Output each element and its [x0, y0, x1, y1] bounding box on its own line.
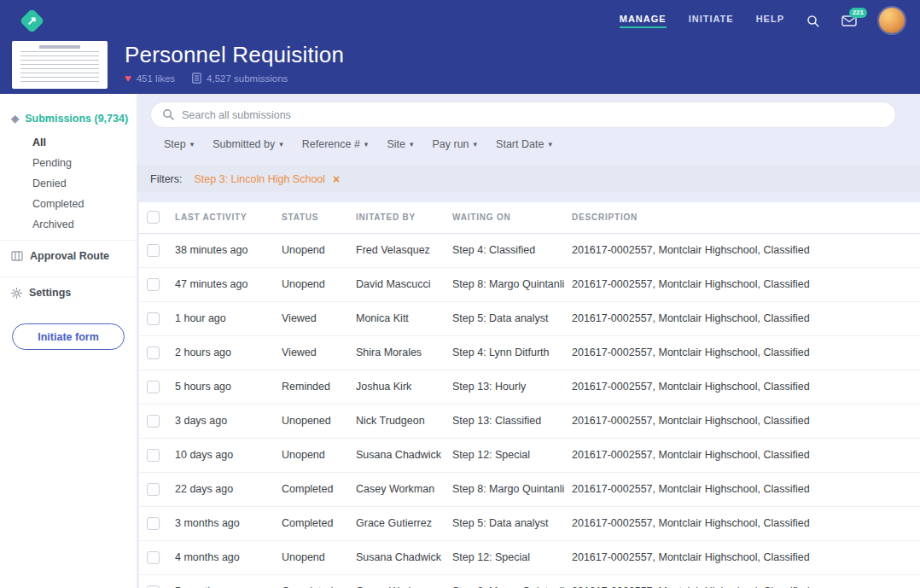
table-row[interactable]: 1 hour agoViewedMonica KittStep 5: Data … — [139, 301, 920, 335]
cell-status: Unopend — [282, 540, 356, 574]
cell-last-activity: 38 minutes ago — [175, 233, 282, 267]
cell-description: 201617-0002557, Montclair Highschool, Cl… — [572, 301, 920, 335]
cell-status: Unopend — [282, 438, 356, 472]
dropdown-label: Site — [387, 138, 405, 150]
cell-description: 201617-0002557, Montclair Highschool, Cl… — [572, 267, 920, 301]
chevron-down-icon: ▾ — [410, 140, 414, 148]
gear-icon — [11, 288, 22, 299]
cell-initiated-by: Susana Chadwick — [356, 540, 452, 574]
chevron-down-icon: ▾ — [279, 140, 283, 148]
cell-waiting-on: Step 4: Classified — [452, 233, 572, 267]
mail-icon[interactable]: 221 — [841, 15, 857, 26]
app-logo[interactable]: ↗ — [17, 6, 46, 35]
filter-dropdown-site[interactable]: Site▾ — [387, 138, 413, 150]
row-checkbox[interactable] — [147, 585, 160, 588]
cell-last-activity: 5 hours ago — [175, 370, 282, 404]
sidebar-item-approval-route[interactable]: Approval Route — [0, 240, 137, 271]
table-row[interactable]: 47 minutes agoUnopendDavid MascucciStep … — [139, 267, 920, 301]
row-checkbox[interactable] — [147, 415, 160, 428]
search-icon[interactable] — [806, 15, 819, 27]
filter-dropdown-submitted-by[interactable]: Submitted by▾ — [213, 138, 283, 150]
nav-initiate[interactable]: INITIATE — [689, 14, 734, 28]
table-row[interactable]: 3 months agoCompletedGrace GutierrezStep… — [139, 506, 920, 540]
cell-status: Viewed — [282, 335, 356, 370]
table-row[interactable]: 3 days agoUnopenedNick TrudgeonStep 13: … — [139, 404, 920, 438]
table-row[interactable]: 10 days agoUnopendSusana ChadwickStep 12… — [139, 438, 920, 472]
nav-help[interactable]: HELP — [756, 14, 784, 28]
cell-status: Viewed — [282, 301, 356, 335]
table-row[interactable]: 4 months agoUnopendSusana ChadwickStep 1… — [139, 540, 920, 574]
filter-dropdown-start-date[interactable]: Start Date▾ — [496, 138, 552, 150]
row-checkbox[interactable] — [147, 551, 160, 564]
filter-dropdown-step[interactable]: Step▾ — [164, 138, 194, 150]
cell-last-activity: 3 days ago — [175, 404, 282, 438]
table-row[interactable]: 2 hours agoViewedShira MoralesStep 4: Ly… — [139, 335, 920, 370]
table-row[interactable]: 5 months agoCompletedCasey WorkmanStep 8… — [139, 574, 920, 588]
table-body: 38 minutes agoUnopendFred VelasquezStep … — [139, 233, 920, 588]
active-filter-chip[interactable]: Step 3: Lincoln High School× — [195, 173, 341, 185]
cell-initiated-by: Nick Trudgeon — [356, 404, 452, 438]
cell-last-activity: 22 days ago — [175, 472, 282, 506]
submission-filter-list: AllPendingDeniedCompletedArchived — [0, 132, 137, 235]
row-checkbox[interactable] — [147, 312, 160, 325]
filter-dropdown-reference[interactable]: Reference #▾ — [302, 138, 369, 150]
col-last-activity: LAST ACTIVITY — [175, 202, 282, 233]
chevron-down-icon: ▾ — [190, 140, 195, 148]
table-row[interactable]: 5 hours agoRemindedJoshua KirkStep 13: H… — [139, 370, 920, 404]
cell-description: 201617-0002557, Montclair Highschool, Cl… — [572, 438, 920, 472]
sidebar-filter-denied[interactable]: Denied — [0, 173, 137, 194]
settings-label: Settings — [29, 287, 71, 299]
cell-last-activity: 4 months ago — [175, 540, 282, 574]
chevron-down-icon: ▾ — [364, 140, 369, 148]
table-row[interactable]: 38 minutes agoUnopendFred VelasquezStep … — [139, 233, 920, 267]
sidebar-filter-pending[interactable]: Pending — [0, 153, 137, 173]
filter-dropdown-pay-run[interactable]: Pay run▾ — [432, 138, 477, 150]
mail-badge: 221 — [849, 8, 867, 18]
sidebar-filter-completed[interactable]: Completed — [0, 194, 137, 214]
cell-description: 201617-0002557, Montclair Highschool, Cl… — [572, 233, 920, 267]
sidebar-item-settings[interactable]: Settings — [0, 277, 137, 308]
remove-filter-icon[interactable]: × — [333, 173, 340, 185]
row-checkbox[interactable] — [147, 449, 160, 462]
form-thumbnail[interactable] — [12, 41, 108, 89]
submissions-label: Submissions (9,734) — [25, 113, 128, 125]
approval-route-icon — [11, 251, 23, 261]
row-checkbox[interactable] — [147, 381, 160, 393]
cell-description: 201617-0002557, Montclair Highschool, Cl… — [572, 540, 920, 574]
cell-description: 201617-0002557, Montclair Highschool, Cl… — [572, 370, 920, 404]
search-bar — [150, 102, 896, 128]
col-waiting-on: WAITING ON — [452, 202, 572, 233]
cell-last-activity: 10 days ago — [175, 438, 282, 472]
cell-waiting-on: Step 8: Margo Quintanli — [452, 574, 572, 588]
cell-waiting-on: Step 5: Data analyst — [452, 506, 572, 540]
cell-initiated-by: Joshua Kirk — [356, 370, 452, 404]
cell-initiated-by: Grace Gutierrez — [356, 506, 452, 540]
sidebar-filter-all[interactable]: All — [0, 132, 137, 153]
submissions-icon: ◈ — [11, 114, 19, 124]
table-row[interactable]: 22 days agoCompletedCasey WorkmanStep 8:… — [139, 472, 920, 506]
dropdown-label: Step — [164, 138, 186, 150]
cell-waiting-on: Step 12: Special — [452, 540, 572, 574]
initiate-form-button[interactable]: Initiate form — [12, 323, 125, 350]
nav-links: MANAGE INITIATE HELP 221 — [620, 8, 905, 33]
sidebar: ◈ Submissions (9,734) AllPendingDeniedCo… — [0, 94, 137, 588]
row-checkbox[interactable] — [147, 278, 160, 291]
select-all-checkbox[interactable] — [147, 211, 160, 224]
col-initiated-by: INITATED BY — [356, 202, 452, 233]
active-filters-bar: Filters: Step 3: Lincoln High School× — [137, 166, 920, 192]
row-checkbox[interactable] — [147, 244, 160, 257]
cell-description: 201617-0002557, Montclair Highschool, Cl… — [572, 472, 920, 506]
nav-manage[interactable]: MANAGE — [620, 14, 667, 28]
dropdown-label: Start Date — [496, 138, 544, 150]
avatar[interactable] — [879, 8, 905, 33]
row-checkbox[interactable] — [147, 346, 160, 359]
filters-label: Filters: — [150, 173, 183, 185]
cell-description: 201617-0002557, Montclair Highschool, Cl… — [572, 404, 920, 438]
sidebar-filter-archived[interactable]: Archived — [0, 214, 137, 235]
filter-dropdowns: Step▾Submitted by▾Reference #▾Site▾Pay r… — [164, 138, 920, 150]
row-checkbox[interactable] — [147, 517, 160, 530]
sidebar-item-submissions[interactable]: ◈ Submissions (9,734) — [0, 113, 137, 125]
row-checkbox[interactable] — [147, 483, 160, 496]
search-input[interactable] — [150, 102, 896, 128]
likes-count: 451 likes — [137, 73, 175, 84]
